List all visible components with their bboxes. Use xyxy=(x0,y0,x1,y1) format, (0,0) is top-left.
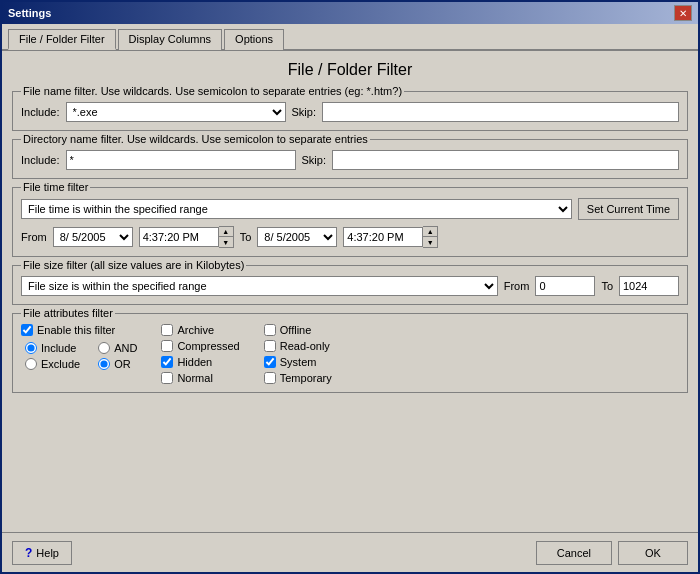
system-checkbox[interactable] xyxy=(264,356,276,368)
dir-filter-group: Directory name filter. Use wildcards. Us… xyxy=(12,139,688,179)
hidden-label: Hidden xyxy=(177,356,212,368)
from-time-input[interactable] xyxy=(139,227,219,247)
attr-checkboxes: Archive Compressed Hidden Normal xyxy=(161,324,331,384)
offline-checkbox[interactable] xyxy=(264,324,276,336)
or-radio[interactable] xyxy=(98,358,110,370)
time-filter-top-row: File time is within the specified range … xyxy=(21,198,679,220)
archive-checkbox[interactable] xyxy=(161,324,173,336)
bottom-right-buttons: Cancel OK xyxy=(536,541,688,565)
system-row: System xyxy=(264,356,332,368)
dir-skip-input[interactable] xyxy=(332,150,679,170)
archive-label: Archive xyxy=(177,324,214,336)
to-date-select[interactable]: 8/ 5/2005 xyxy=(257,227,337,247)
or-radio-label: OR xyxy=(114,358,131,370)
settings-window: Settings ✕ File / Folder Filter Display … xyxy=(0,0,700,574)
ok-button[interactable]: OK xyxy=(618,541,688,565)
size-from-label: From xyxy=(504,280,530,292)
close-button[interactable]: ✕ xyxy=(674,5,692,21)
time-filter-select[interactable]: File time is within the specified range xyxy=(21,199,572,219)
size-to-input[interactable] xyxy=(619,276,679,296)
exclude-radio[interactable] xyxy=(25,358,37,370)
to-time-down-btn[interactable]: ▼ xyxy=(423,237,437,247)
size-filter-select[interactable]: File size is within the specified range xyxy=(21,276,498,296)
attr-filter-title: File attributes filter xyxy=(21,307,115,319)
enable-attr-label: Enable this filter xyxy=(37,324,115,336)
window-title: Settings xyxy=(8,7,51,19)
title-bar-controls: ✕ xyxy=(674,5,692,21)
size-filter-row: File size is within the specified range … xyxy=(21,276,679,296)
or-radio-row: OR xyxy=(98,358,137,370)
attr-filter-group: File attributes filter Enable this filte… xyxy=(12,313,688,393)
from-label: From xyxy=(21,231,47,243)
tab-file-folder-filter[interactable]: File / Folder Filter xyxy=(8,29,116,50)
attr-col-left: Archive Compressed Hidden Normal xyxy=(161,324,239,384)
include-label: Include: xyxy=(21,106,60,118)
from-time-spinner: ▲ ▼ xyxy=(139,226,234,248)
to-time-input[interactable] xyxy=(343,227,423,247)
include-radio[interactable] xyxy=(25,342,37,354)
dir-filter-row: Include: Skip: xyxy=(21,150,679,170)
set-current-time-button[interactable]: Set Current Time xyxy=(578,198,679,220)
to-time-spinner: ▲ ▼ xyxy=(343,226,438,248)
include-select[interactable]: *.exe xyxy=(66,102,286,122)
bottom-bar: ? Help Cancel OK xyxy=(2,532,698,572)
offline-row: Offline xyxy=(264,324,332,336)
attr-col-right: Offline Read-only System Temporary xyxy=(264,324,332,384)
size-filter-title: File size filter (all size values are in… xyxy=(21,259,246,271)
and-radio[interactable] xyxy=(98,342,110,354)
hidden-checkbox[interactable] xyxy=(161,356,173,368)
dir-include-input[interactable] xyxy=(66,150,296,170)
compressed-row: Compressed xyxy=(161,340,239,352)
enable-attr-checkbox[interactable] xyxy=(21,324,33,336)
to-time-spinner-btns: ▲ ▼ xyxy=(423,226,438,248)
offline-label: Offline xyxy=(280,324,312,336)
normal-label: Normal xyxy=(177,372,212,384)
help-label: Help xyxy=(36,547,59,559)
exclude-radio-label: Exclude xyxy=(41,358,80,370)
cancel-button[interactable]: Cancel xyxy=(536,541,612,565)
page-title: File / Folder Filter xyxy=(12,61,688,79)
content-area: File / Folder Filter File name filter. U… xyxy=(2,51,698,532)
time-filter-title: File time filter xyxy=(21,181,90,193)
normal-row: Normal xyxy=(161,372,239,384)
readonly-checkbox[interactable] xyxy=(264,340,276,352)
time-filter-date-row: From 8/ 5/2005 ▲ ▼ To 8/ 5/2005 xyxy=(21,226,679,248)
dir-include-label: Include: xyxy=(21,154,60,166)
size-filter-group: File size filter (all size values are in… xyxy=(12,265,688,305)
size-to-label: To xyxy=(601,280,613,292)
readonly-label: Read-only xyxy=(280,340,330,352)
temporary-label: Temporary xyxy=(280,372,332,384)
readonly-row: Read-only xyxy=(264,340,332,352)
compressed-checkbox[interactable] xyxy=(161,340,173,352)
dir-skip-label: Skip: xyxy=(302,154,326,166)
temporary-row: Temporary xyxy=(264,372,332,384)
from-time-up-btn[interactable]: ▲ xyxy=(219,227,233,237)
include-radio-row: Include xyxy=(25,342,80,354)
tab-bar: File / Folder Filter Display Columns Opt… xyxy=(2,24,698,51)
title-bar: Settings ✕ xyxy=(2,2,698,24)
to-time-up-btn[interactable]: ▲ xyxy=(423,227,437,237)
include-radio-label: Include xyxy=(41,342,76,354)
system-label: System xyxy=(280,356,317,368)
dir-filter-title: Directory name filter. Use wildcards. Us… xyxy=(21,133,370,145)
enable-filter-row: Enable this filter xyxy=(21,324,137,336)
temporary-checkbox[interactable] xyxy=(264,372,276,384)
help-button[interactable]: ? Help xyxy=(12,541,72,565)
skip-label: Skip: xyxy=(292,106,316,118)
from-time-spinner-btns: ▲ ▼ xyxy=(219,226,234,248)
and-radio-label: AND xyxy=(114,342,137,354)
compressed-label: Compressed xyxy=(177,340,239,352)
from-time-down-btn[interactable]: ▼ xyxy=(219,237,233,247)
archive-row: Archive xyxy=(161,324,239,336)
file-name-filter-group: File name filter. Use wildcards. Use sem… xyxy=(12,91,688,131)
file-name-filter-title: File name filter. Use wildcards. Use sem… xyxy=(21,85,404,97)
from-date-select[interactable]: 8/ 5/2005 xyxy=(53,227,133,247)
file-skip-input[interactable] xyxy=(322,102,679,122)
exclude-radio-row: Exclude xyxy=(25,358,80,370)
normal-checkbox[interactable] xyxy=(161,372,173,384)
size-from-input[interactable] xyxy=(535,276,595,296)
file-name-filter-row: Include: *.exe Skip: xyxy=(21,102,679,122)
tab-options[interactable]: Options xyxy=(224,29,284,50)
tab-display-columns[interactable]: Display Columns xyxy=(118,29,223,50)
help-icon: ? xyxy=(25,546,32,560)
